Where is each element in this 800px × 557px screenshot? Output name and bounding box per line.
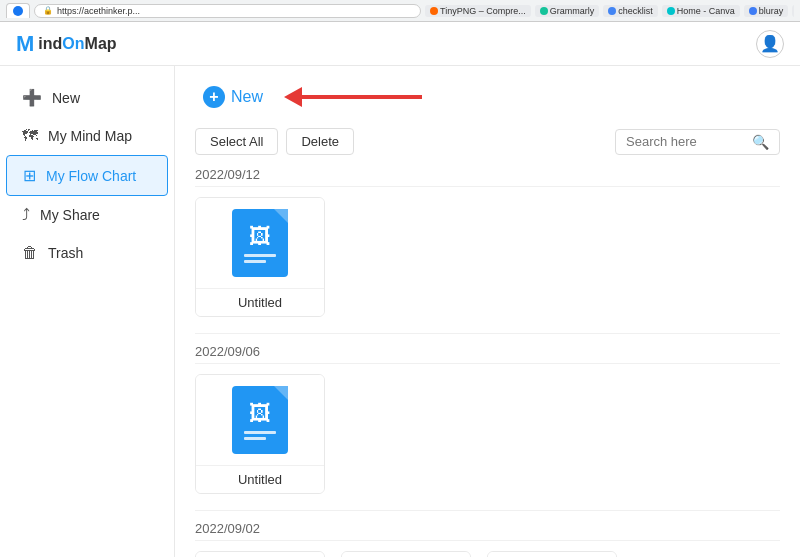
sidebar: ➕ New 🗺 My Mind Map ⊞ My Flow Chart ⤴ My… — [0, 66, 175, 557]
main-layout: ➕ New 🗺 My Mind Map ⊞ My Flow Chart ⤴ My… — [0, 66, 800, 557]
search-icon: 🔍 — [752, 134, 769, 150]
file-card-1-1[interactable]: 🖼 Untitled — [195, 197, 325, 317]
doc-line — [244, 254, 276, 257]
content-area: + New Select All Delete 🔍 2022/09/12 — [175, 66, 800, 557]
tab-tinypng[interactable]: TinyPNG – Compre... — [425, 5, 531, 17]
doc-line-short — [244, 260, 266, 263]
doc-lines-2-1 — [244, 431, 276, 440]
sidebar-item-share-label: My Share — [40, 207, 100, 223]
mind-map-icon: 🗺 — [22, 127, 38, 145]
date-group-1: 2022/09/12 🖼 Untitled — [195, 167, 780, 317]
browser-tab-facebook[interactable] — [6, 3, 30, 18]
doc-line-short — [244, 437, 266, 440]
file-card-3-2[interactable]: 🖼 — [341, 551, 471, 557]
new-button[interactable]: + New — [195, 82, 271, 112]
file-card-name-1-1: Untitled — [196, 288, 324, 316]
tab-canva[interactable]: Home - Canva — [662, 5, 740, 17]
canva-tab-icon — [667, 7, 675, 15]
file-card-name-2-1: Untitled — [196, 465, 324, 493]
file-card-3-1[interactable]: 🖼 — [195, 551, 325, 557]
top-nav: M indOnMap 👤 — [0, 22, 800, 66]
grammarly-tab-icon — [540, 7, 548, 15]
date-group-3: 2022/09/02 🖼 — [195, 521, 780, 557]
sidebar-item-new[interactable]: ➕ New — [6, 78, 168, 117]
new-plus-icon: + — [203, 86, 225, 108]
tab-checklist[interactable]: checklist — [603, 5, 658, 17]
grammarly-tab-label: Grammarly — [550, 6, 595, 16]
sidebar-item-mind-map-label: My Mind Map — [48, 128, 132, 144]
sidebar-item-new-label: New — [52, 90, 80, 106]
file-card-3-3[interactable]: 🖼 — [487, 551, 617, 557]
sidebar-item-trash-label: Trash — [48, 245, 83, 261]
tinypng-tab-label: TinyPNG – Compre... — [440, 6, 526, 16]
sidebar-item-my-flow-chart[interactable]: ⊞ My Flow Chart — [6, 155, 168, 196]
new-button-row: + New — [195, 82, 780, 112]
file-card-icon-3-2: 🖼 — [342, 552, 470, 557]
date-group-2: 2022/09/06 🖼 Untitled — [195, 344, 780, 494]
logo: M indOnMap — [16, 31, 117, 57]
cards-row-3: 🖼 🖼 — [195, 551, 780, 557]
date-label-1: 2022/09/12 — [195, 167, 780, 187]
sidebar-item-my-share[interactable]: ⤴ My Share — [6, 196, 168, 234]
trash-icon: 🗑 — [22, 244, 38, 262]
cards-row-2: 🖼 Untitled — [195, 374, 780, 494]
arrow-line — [302, 95, 422, 99]
red-arrow — [285, 87, 422, 107]
share-icon: ⤴ — [22, 206, 30, 224]
doc-lines-1-1 — [244, 254, 276, 263]
flow-chart-icon: ⊞ — [23, 166, 36, 185]
search-input[interactable] — [626, 134, 746, 149]
select-all-button[interactable]: Select All — [195, 128, 278, 155]
tab-synonyms[interactable]: synonyms — [792, 5, 794, 17]
tinypng-tab-icon — [430, 7, 438, 15]
arrow-head — [284, 87, 302, 107]
checklist-tab-icon — [608, 7, 616, 15]
address-bar[interactable]: 🔒 https://acethinker.p... — [34, 4, 421, 18]
section-divider-2 — [195, 510, 780, 511]
doc-line — [244, 431, 276, 434]
tab-bluray[interactable]: bluray — [744, 5, 789, 17]
search-box[interactable]: 🔍 — [615, 129, 780, 155]
delete-button[interactable]: Delete — [286, 128, 354, 155]
file-card-icon-3-1: 🖼 — [196, 552, 324, 557]
tab-grammarly[interactable]: Grammarly — [535, 5, 600, 17]
sidebar-item-flow-chart-label: My Flow Chart — [46, 168, 136, 184]
user-avatar[interactable]: 👤 — [756, 30, 784, 58]
toolbar-left: Select All Delete — [195, 128, 354, 155]
cards-row-1: 🖼 Untitled — [195, 197, 780, 317]
browser-bar: 🔒 https://acethinker.p... TinyPNG – Comp… — [0, 0, 800, 22]
file-doc-shape-1-1: 🖼 — [232, 209, 288, 277]
sidebar-item-trash[interactable]: 🗑 Trash — [6, 234, 168, 272]
lock-icon: 🔒 — [43, 6, 53, 15]
section-divider-1 — [195, 333, 780, 334]
new-icon: ➕ — [22, 88, 42, 107]
doc-image-icon-1-1: 🖼 — [249, 224, 271, 250]
toolbar-row: Select All Delete 🔍 — [195, 128, 780, 155]
date-label-2: 2022/09/06 — [195, 344, 780, 364]
logo-text: indOnMap — [38, 35, 116, 53]
doc-image-icon-2-1: 🖼 — [249, 401, 271, 427]
bluray-tab-label: bluray — [759, 6, 784, 16]
logo-m: M — [16, 31, 34, 57]
bluray-tab-icon — [749, 7, 757, 15]
canva-tab-label: Home - Canva — [677, 6, 735, 16]
file-card-2-1[interactable]: 🖼 Untitled — [195, 374, 325, 494]
file-card-icon-3-3: 🖼 — [488, 552, 616, 557]
new-button-label: New — [231, 88, 263, 106]
url-text: https://acethinker.p... — [57, 6, 140, 16]
file-card-icon-1-1: 🖼 — [196, 198, 324, 288]
file-card-icon-2-1: 🖼 — [196, 375, 324, 465]
sidebar-item-my-mind-map[interactable]: 🗺 My Mind Map — [6, 117, 168, 155]
checklist-tab-label: checklist — [618, 6, 653, 16]
facebook-tab-icon — [13, 6, 23, 16]
avatar-icon: 👤 — [760, 34, 780, 53]
date-label-3: 2022/09/02 — [195, 521, 780, 541]
browser-tabs: TinyPNG – Compre... Grammarly checklist … — [425, 5, 794, 17]
file-doc-shape-2-1: 🖼 — [232, 386, 288, 454]
